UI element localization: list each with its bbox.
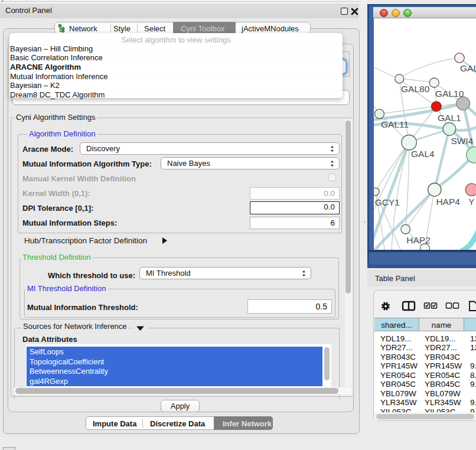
svg-text:GAL11: GAL11 bbox=[381, 119, 409, 129]
svg-text:HAP4: HAP4 bbox=[436, 197, 460, 207]
svg-text:GAL80: GAL80 bbox=[401, 84, 430, 94]
svg-text:Y: Y bbox=[468, 197, 474, 207]
svg-text:GAL1: GAL1 bbox=[438, 113, 461, 123]
svg-text:GAL10: GAL10 bbox=[435, 89, 464, 99]
svg-text:GCY1: GCY1 bbox=[375, 197, 400, 207]
svg-text:SWI4: SWI4 bbox=[451, 136, 474, 146]
svg-text:GAL7: GAL7 bbox=[460, 63, 476, 73]
svg-text:GAL4: GAL4 bbox=[411, 149, 435, 159]
svg-text:HAP2: HAP2 bbox=[406, 235, 431, 245]
